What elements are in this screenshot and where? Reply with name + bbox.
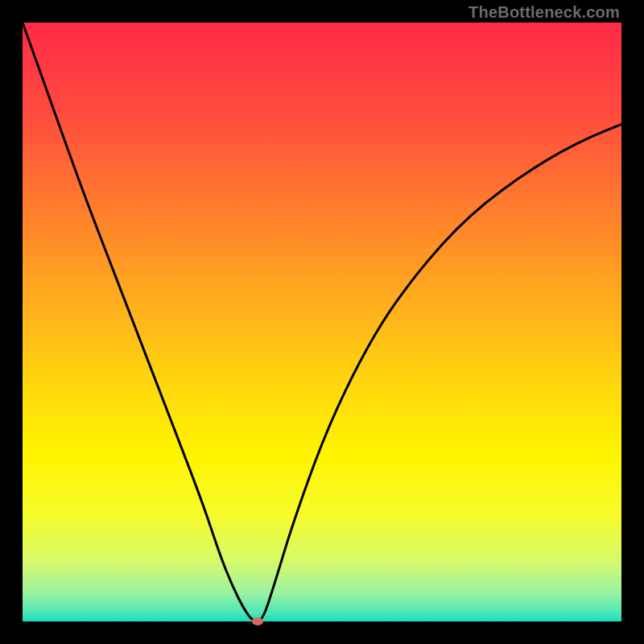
watermark-text: TheBottleneck.com <box>469 3 620 22</box>
curve-layer <box>23 23 621 621</box>
bottleneck-curve-path <box>23 23 621 621</box>
chart-frame: TheBottleneck.com <box>0 0 644 644</box>
min-marker-dot <box>252 617 263 625</box>
plot-area <box>23 23 621 621</box>
